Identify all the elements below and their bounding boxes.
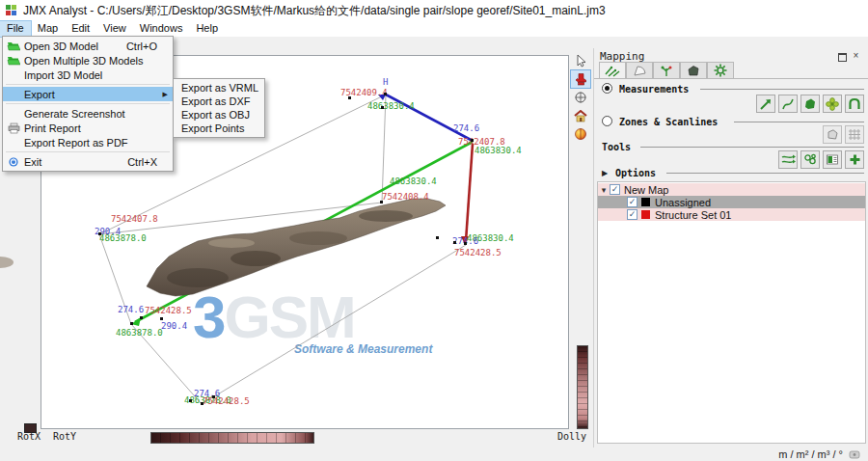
menu-item-export[interactable]: Export ▶: [3, 87, 173, 101]
float-panel-icon[interactable]: [837, 51, 848, 62]
report-button[interactable]: [823, 150, 842, 169]
zone-polygon-icon: [826, 128, 839, 141]
pinwheel-button[interactable]: [823, 95, 842, 113]
tab-solid-polygon[interactable]: [680, 62, 707, 79]
zone-buttons: [823, 125, 864, 144]
tool-buttons: [778, 150, 864, 169]
options-expand-icon[interactable]: ▶: [602, 169, 608, 177]
tree-row-unassigned[interactable]: ✓ Unassigned: [598, 196, 865, 208]
zone-polygon-button[interactable]: [823, 125, 842, 144]
menu-help[interactable]: Help: [189, 21, 225, 37]
menu-item-generate-screenshot[interactable]: Generate Screenshot: [3, 106, 173, 121]
menu-view[interactable]: View: [96, 21, 133, 37]
menu-windows[interactable]: Windows: [133, 21, 190, 37]
pinwheel-icon: [826, 97, 839, 111]
close-panel-icon[interactable]: ×: [851, 51, 861, 62]
exit-power-icon: [3, 155, 24, 168]
rotate-compass-icon: [574, 91, 587, 104]
watermark-3: 3: [193, 284, 224, 350]
scanline-grid-button[interactable]: [845, 125, 864, 144]
settings-gear-tab-icon: [714, 64, 727, 77]
menu-map[interactable]: Map: [31, 21, 65, 37]
dolly-slider[interactable]: [577, 345, 588, 429]
edit-scanlines-button[interactable]: [778, 150, 798, 169]
measure-lines-tab-icon: [605, 65, 620, 77]
tab-vegetation[interactable]: [653, 62, 680, 79]
options-label: Options: [615, 168, 656, 178]
home-view-tool[interactable]: [571, 107, 590, 124]
orientation-sphere-icon: [574, 127, 587, 141]
menu-item-export-points[interactable]: Export Points: [174, 122, 264, 135]
arrow-measure-icon: [759, 97, 773, 111]
mapping-panel: Mapping × Measurements: [593, 48, 868, 447]
watermark-tagline: Software & Measurement: [294, 342, 432, 356]
tab-measure-lines[interactable]: [599, 62, 626, 79]
unassigned-checkbox[interactable]: ✓: [627, 197, 637, 207]
polygon-outline-tab-icon: [633, 65, 647, 77]
measurement-buttons: [756, 95, 864, 113]
add-plus-icon: [849, 153, 861, 166]
unassigned-color-swatch: [641, 198, 650, 206]
filled-polygon-button[interactable]: [800, 95, 820, 113]
menu-separator: [6, 103, 170, 104]
file-menu: Open 3D Model Ctrl+O Open Multiple 3D Mo…: [2, 36, 174, 172]
add-structure-set-button[interactable]: [845, 150, 864, 169]
window-titlebar: JMX Analyst - C:/Users/郑江/Desktop/3GSM软件…: [0, 0, 868, 22]
edit-scanlines-icon: [781, 153, 796, 166]
home-icon: [574, 110, 587, 122]
menu-file[interactable]: File: [0, 21, 31, 37]
trace-curve-button[interactable]: [778, 95, 798, 113]
menu-edit[interactable]: Edit: [65, 21, 96, 37]
structure-set-color-swatch: [641, 210, 650, 219]
select-cursor-tool[interactable]: [571, 52, 590, 69]
circles-button[interactable]: [800, 150, 820, 169]
scanline-grid-icon: [848, 128, 861, 141]
tab-settings[interactable]: [707, 62, 734, 79]
tree-collapse-icon[interactable]: ▾: [598, 185, 610, 195]
select-cursor-icon: [574, 54, 587, 68]
printer-icon: [3, 122, 24, 134]
vegetation-tab-icon: [660, 65, 673, 77]
window-title: JMX Analyst - C:/Users/郑江/Desktop/3GSM软件…: [23, 3, 606, 19]
open-folder-icon: [3, 40, 24, 52]
measurements-radio[interactable]: [602, 83, 612, 94]
roty-slider[interactable]: [150, 432, 314, 444]
tree-row-new-map[interactable]: ▾ ✓ New Map: [598, 183, 865, 196]
zones-scanlines-label: Zones & Scanlines: [619, 117, 718, 127]
watermark-logo: 3GSM: [193, 283, 355, 351]
menu-item-print-report[interactable]: Print Report: [3, 121, 173, 135]
tools-label: Tools: [602, 142, 631, 152]
roty-label: RotY: [53, 431, 76, 442]
trace-curve-icon: [781, 97, 795, 111]
new-map-checkbox[interactable]: ✓: [610, 184, 620, 195]
menu-item-exit[interactable]: Exit Ctrl+X: [3, 154, 173, 169]
menu-item-open-3d-model[interactable]: Open 3D Model Ctrl+O: [3, 39, 173, 53]
menu-item-export-as-vrml[interactable]: Export as VRML: [174, 81, 264, 95]
tree-row-structure-set-01[interactable]: ✓ Structure Set 01: [598, 208, 865, 221]
arch-button[interactable]: [845, 95, 864, 113]
menu-item-export-report-as-pdf[interactable]: Export Report as PDF: [3, 135, 173, 149]
pan-glove-tool[interactable]: [571, 70, 590, 88]
circles-icon: [803, 153, 817, 166]
units-readout: m / m² / m³ / °: [778, 448, 843, 460]
tab-polygon-outline[interactable]: [626, 62, 653, 79]
export-submenu: Export as VRML Export as DXF Export as O…: [173, 78, 265, 138]
app-logo-icon: [6, 5, 17, 16]
menu-separator: [6, 84, 170, 85]
menu-item-export-as-obj[interactable]: Export as OBJ: [174, 108, 264, 122]
zones-scanlines-radio[interactable]: [602, 116, 612, 126]
watermark-gsm: GSM: [224, 284, 354, 350]
status-units-icon[interactable]: [849, 449, 860, 459]
structure-set-checkbox[interactable]: ✓: [627, 209, 637, 220]
menu-item-import-3d-model[interactable]: Import 3D Model: [3, 68, 173, 82]
arch-icon: [848, 97, 861, 110]
rotate-compass-tool[interactable]: [571, 89, 590, 106]
orientation-sphere-tool[interactable]: [571, 125, 590, 143]
arrow-measure-button[interactable]: [756, 95, 775, 113]
menu-item-export-as-dxf[interactable]: Export as DXF: [174, 95, 264, 108]
structure-tree: ▾ ✓ New Map ✓ Unassigned ✓ Structure Set…: [597, 181, 866, 444]
menu-separator: [6, 151, 170, 152]
menu-item-open-multiple-3d-models[interactable]: Open Multiple 3D Models: [3, 53, 173, 68]
rotx-label: RotX: [17, 431, 41, 442]
menubar: File Map Edit View Windows Help: [0, 21, 868, 37]
